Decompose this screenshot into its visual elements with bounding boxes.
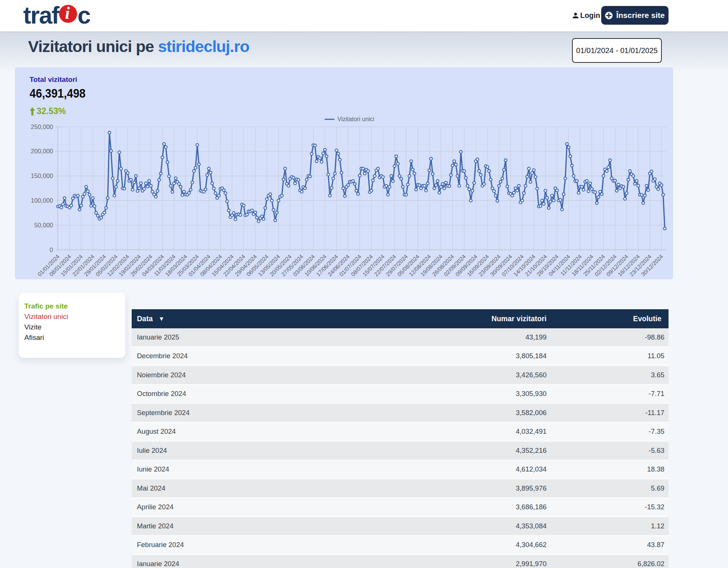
svg-text:250,000: 250,000 [31,123,53,130]
svg-text:Vizitatori unici: Vizitatori unici [337,116,374,122]
svg-text:150,000: 150,000 [31,172,53,179]
svg-text:200,000: 200,000 [31,148,53,154]
svg-text:0: 0 [50,246,53,253]
svg-text:50,000: 50,000 [34,222,53,228]
svg-text:100,000: 100,000 [31,197,53,204]
